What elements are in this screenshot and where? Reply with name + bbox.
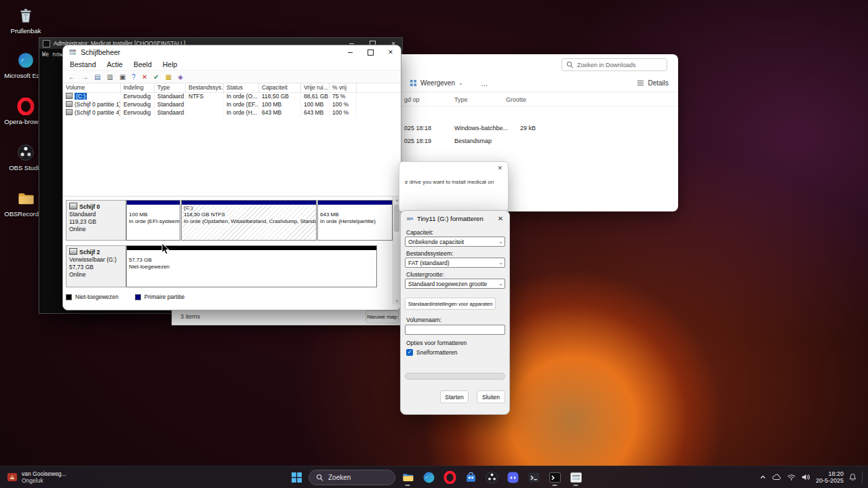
col-bestandssysteem[interactable]: Bestandssys... xyxy=(186,83,224,92)
notification-bell-icon[interactable] xyxy=(849,473,856,481)
disk-status: Online xyxy=(69,226,123,233)
filesystem-value: FAT (standaard) xyxy=(408,260,450,266)
disk-name: Schijf 0 xyxy=(79,203,100,210)
search-placeholder: Zoeken in Downloads xyxy=(577,62,636,68)
hidden-icons-chevron-icon[interactable] xyxy=(760,474,766,481)
show-desktop-button[interactable] xyxy=(862,471,863,483)
col-vrije-ruimte[interactable]: Vrije rui... xyxy=(301,83,330,92)
taskbar-disk-management[interactable] xyxy=(567,468,585,486)
details-label: Details xyxy=(648,79,669,87)
disk-0-header[interactable]: Schijf 0 Standaard 119,23 GB Online xyxy=(66,200,126,241)
search-input[interactable]: Zoeken in Downloads xyxy=(561,58,667,71)
partition-c[interactable]: (C:) 118,50 GB NTFS In orde (Opstarten, … xyxy=(181,200,317,241)
menu-actie[interactable]: Actie xyxy=(107,60,123,68)
toolbar-grid-icon[interactable]: ▦ xyxy=(165,73,172,81)
disk-size: 57,73 GB xyxy=(69,264,123,271)
start-button[interactable]: Starten xyxy=(440,390,469,403)
legend-label: Niet-toegewezen xyxy=(75,293,119,300)
toolbar-forward-icon[interactable]: → xyxy=(81,73,88,81)
col-indeling[interactable]: Indeling xyxy=(121,83,155,92)
maximize-button[interactable] xyxy=(360,45,380,59)
filesystem-label: Bestandssysteem: xyxy=(406,250,453,257)
col-filler xyxy=(357,83,401,92)
toolbar-delete-icon[interactable]: ✕ xyxy=(142,73,147,81)
col-status[interactable]: Status xyxy=(224,83,259,92)
chevron-down-icon: ⌄ xyxy=(458,80,463,86)
wifi-icon[interactable] xyxy=(787,473,796,481)
taskbar-terminal[interactable] xyxy=(525,468,542,486)
toolbar-list-icon[interactable]: ▤ xyxy=(94,73,100,81)
taskbar-obs[interactable] xyxy=(483,468,500,486)
file-row[interactable]: 025 18:19 Bestandsmap xyxy=(400,135,678,148)
file-explorer-icon xyxy=(401,471,414,484)
widget-news-icon xyxy=(7,472,18,483)
taskbar-cmd[interactable] xyxy=(546,468,564,486)
volume-icon[interactable] xyxy=(802,473,810,481)
disk-icon xyxy=(69,203,77,209)
windows-logo-icon xyxy=(292,472,302,483)
chevron-down-icon: ⌄ xyxy=(498,239,503,245)
col-type[interactable]: Type xyxy=(155,83,186,92)
cluster-size-select[interactable]: Standaard toegewezen grootte ⌄ xyxy=(405,279,505,289)
toolbar-properties-icon[interactable]: ◈ xyxy=(178,73,183,81)
minimize-icon xyxy=(349,43,354,44)
format-progress-bar xyxy=(405,373,505,380)
legend: Niet-toegewezen Primaire partitie xyxy=(66,293,184,300)
minimize-button[interactable] xyxy=(340,45,360,59)
filesystem-select[interactable]: FAT (standaard) ⌄ xyxy=(405,258,505,268)
close-icon[interactable]: ✕ xyxy=(492,211,509,226)
toolbar-help-icon[interactable]: ? xyxy=(132,73,136,81)
widgets-button[interactable]: van Gooiseweg... Ongeluk xyxy=(3,468,71,486)
col-capaciteit[interactable]: Capaciteit xyxy=(259,83,301,92)
format-dialog-titlebar[interactable]: Tiny11 (G:) formatteren ✕ xyxy=(401,211,509,226)
menu-beeld[interactable]: Beeld xyxy=(134,60,152,68)
clock[interactable]: 18:20 20-5-2025 xyxy=(816,470,844,484)
col-volume[interactable]: Volume xyxy=(63,83,121,92)
search-label: Zoeken xyxy=(328,474,351,481)
taskbar-search[interactable]: Zoeken xyxy=(309,470,395,485)
disk-2-header[interactable]: Schijf 2 Verwisselbaar (G:) 57,73 GB Onl… xyxy=(66,245,126,287)
taskbar-edge[interactable] xyxy=(420,468,437,486)
column-header-size[interactable]: Grootte xyxy=(506,96,540,103)
volume-name-input[interactable] xyxy=(405,325,505,335)
partition-efi[interactable]: 100 MB In orde (EFI-systeem xyxy=(126,200,180,241)
restore-defaults-button[interactable]: Standaardinstellingen voor apparaten xyxy=(405,298,496,310)
volume-name: (Schijf 0 partitie 4) xyxy=(75,109,121,116)
volume-row-partitie-4[interactable]: (Schijf 0 partitie 4) Eenvoudig Standaar… xyxy=(63,109,401,117)
close-button[interactable]: Sluiten xyxy=(477,390,505,403)
clock-time: 18:20 xyxy=(816,470,844,477)
disk-management-titlebar[interactable]: Schijfbeheer ✕ xyxy=(63,45,401,59)
more-options-button[interactable]: … xyxy=(481,79,489,87)
toolbar-ok-icon[interactable]: ✔ xyxy=(153,73,159,81)
volume-row-c[interactable]: (C:) Eenvoudig Standaard NTFS In orde (O… xyxy=(63,93,401,101)
toolbar-console-icon[interactable]: ▣ xyxy=(119,73,125,81)
close-button[interactable]: ✕ xyxy=(380,45,401,59)
partition-recovery[interactable]: 643 MB In orde (Herstelpartitie) xyxy=(317,200,393,241)
onedrive-cloud-icon[interactable] xyxy=(772,473,781,481)
new-folder-button[interactable]: Nieuwe map xyxy=(366,310,399,323)
quick-format-checkbox[interactable]: ✓ Snelformatteren xyxy=(406,349,457,356)
menu-help[interactable]: Help xyxy=(163,60,178,68)
taskbar-file-explorer[interactable] xyxy=(399,468,416,486)
taskbar-opera[interactable] xyxy=(441,468,458,486)
cmd-output-text: We now xyxy=(42,51,63,58)
mouse-cursor xyxy=(161,243,171,255)
details-pane-button[interactable]: Details xyxy=(637,79,669,87)
column-header-modified[interactable]: gd op xyxy=(404,96,452,103)
volume-row-partitie-1[interactable]: (Schijf 0 partitie 1) Eenvoudig Standaar… xyxy=(63,101,401,109)
taskbar-store[interactable] xyxy=(462,468,479,486)
installer-message-dialog: ✕ e drive you want to install medicat on xyxy=(399,161,509,212)
view-menu-button[interactable]: Weergeven ⌄ xyxy=(410,79,463,87)
capacity-select[interactable]: Onbekende capaciteit ⌄ xyxy=(405,237,505,247)
file-row[interactable]: 025 18:18 Windows-batchbe... 29 kB xyxy=(400,122,678,135)
toolbar-detail-view-icon[interactable]: ▥ xyxy=(106,73,113,81)
capacity-value: Onbekende capaciteit xyxy=(408,239,464,245)
volume-name: (C:) xyxy=(75,93,87,100)
menu-bestand[interactable]: Bestand xyxy=(70,60,96,68)
format-dialog: Tiny11 (G:) formatteren ✕ Capaciteit: On… xyxy=(400,210,510,415)
toolbar-back-icon[interactable]: ← xyxy=(68,73,75,81)
start-button[interactable] xyxy=(288,468,305,486)
col-pct-vrij[interactable]: % vrij xyxy=(330,83,357,92)
taskbar-discord[interactable] xyxy=(504,468,521,486)
close-icon[interactable]: ✕ xyxy=(497,165,502,171)
